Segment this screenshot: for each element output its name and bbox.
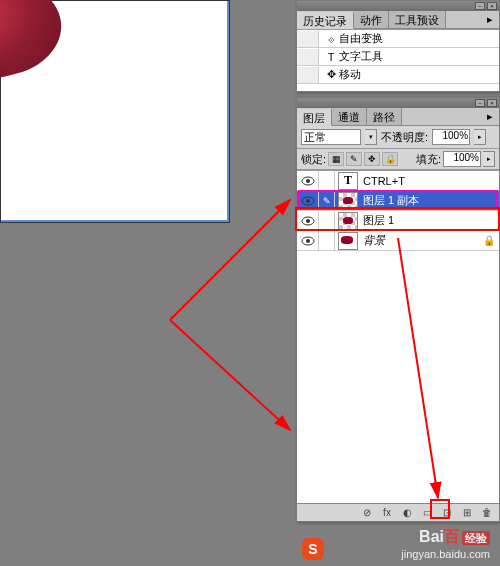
history-item-label: 文字工具 <box>339 49 383 64</box>
eye-icon <box>301 196 315 206</box>
panel-tabs: 历史记录 动作 工具预设 ▸ <box>297 11 499 29</box>
history-item[interactable]: ⟐ 自由变换 <box>297 30 499 48</box>
delete-layer-button[interactable]: 🗑 <box>479 506 495 520</box>
move-tool-icon: ✥ <box>323 68 339 81</box>
dropdown-arrow-icon[interactable]: ▸ <box>474 129 486 145</box>
visibility-toggle[interactable] <box>297 171 319 190</box>
layer-name[interactable]: 图层 1 副本 <box>361 193 499 208</box>
eye-icon <box>301 176 315 186</box>
layer-options-row: 正常 ▾ 不透明度: 100% ▸ <box>297 126 499 149</box>
minimize-button[interactable]: − <box>475 99 485 107</box>
layer-row[interactable]: 图层 1 <box>297 211 499 231</box>
opacity-input[interactable]: 100% <box>432 129 470 145</box>
free-transform-icon: ⟐ <box>323 33 339 45</box>
panel-titlebar: − × <box>297 1 499 11</box>
lock-pixels-icon[interactable]: ✎ <box>346 152 362 166</box>
link-toggle[interactable] <box>319 211 335 230</box>
document-canvas[interactable] <box>0 0 230 223</box>
lock-icon: 🔒 <box>479 235 499 246</box>
svg-point-1 <box>306 179 310 183</box>
visibility-toggle[interactable] <box>297 231 319 250</box>
svg-line-9 <box>170 320 290 430</box>
layer-row[interactable]: ✎ 图层 1 副本 <box>297 191 499 211</box>
svg-point-3 <box>306 199 310 203</box>
panel-tabs: 图层 通道 路径 ▸ <box>297 108 499 126</box>
svg-point-5 <box>306 219 310 223</box>
history-panel: − × 历史记录 动作 工具预设 ▸ ⟐ 自由变换 T 文字工具 ✥ 移动 <box>296 0 500 92</box>
tab-history[interactable]: 历史记录 <box>297 12 354 29</box>
history-item[interactable]: ✥ 移动 <box>297 66 499 84</box>
tab-actions[interactable]: 动作 <box>354 11 389 28</box>
type-layer-thumb: T <box>338 172 358 190</box>
watermark-text: Bai <box>419 528 444 545</box>
layer-name[interactable]: CTRL+T <box>361 175 499 187</box>
taskbar-app-icon[interactable]: S <box>302 538 324 560</box>
watermark-text: 百 <box>444 528 460 545</box>
tab-tool-presets[interactable]: 工具预设 <box>389 11 446 28</box>
history-thumb <box>297 67 319 83</box>
layer-effects-button[interactable]: fx <box>379 506 395 520</box>
opacity-label: 不透明度: <box>381 130 428 145</box>
layer-thumb <box>338 192 358 210</box>
visibility-toggle[interactable] <box>297 211 319 230</box>
watermark-text: 经验 <box>462 531 490 545</box>
layer-name[interactable]: 图层 1 <box>361 213 499 228</box>
lock-position-icon[interactable]: ✥ <box>364 152 380 166</box>
dropdown-arrow-icon[interactable]: ▸ <box>483 151 495 167</box>
visibility-toggle[interactable] <box>297 191 319 210</box>
svg-point-7 <box>306 239 310 243</box>
close-button[interactable]: × <box>487 2 497 10</box>
new-group-button[interactable]: ⊡ <box>439 506 455 520</box>
eye-icon <box>301 236 315 246</box>
link-toggle[interactable] <box>319 171 335 190</box>
history-item-label: 移动 <box>339 67 361 82</box>
adjustment-layer-button[interactable]: ▭ <box>419 506 435 520</box>
eye-icon <box>301 216 315 226</box>
layer-mask-button[interactable]: ◐ <box>399 506 415 520</box>
tab-paths[interactable]: 路径 <box>367 108 402 125</box>
link-toggle[interactable]: ✎ <box>319 191 335 210</box>
dropdown-arrow-icon[interactable]: ▾ <box>365 129 377 145</box>
layer-name[interactable]: 背景 <box>361 233 479 248</box>
panel-titlebar: − × <box>297 98 499 108</box>
minimize-button[interactable]: − <box>475 2 485 10</box>
watermark-url: jingyan.baidu.com <box>401 548 490 560</box>
history-item[interactable]: T 文字工具 <box>297 48 499 66</box>
panel-menu-icon[interactable]: ▸ <box>481 11 499 28</box>
layer-list: T CTRL+T ✎ 图层 1 副本 图层 1 背景 🔒 <box>297 170 499 503</box>
watermark-logo: Bai百经验 <box>401 527 490 548</box>
fill-input[interactable]: 100% <box>443 151 481 167</box>
close-button[interactable]: × <box>487 99 497 107</box>
history-item-label: 自由变换 <box>339 31 383 46</box>
link-toggle[interactable] <box>319 231 335 250</box>
link-layers-button[interactable]: ⊘ <box>359 506 375 520</box>
layer-thumb <box>338 212 358 230</box>
lock-all-icon[interactable]: 🔒 <box>382 152 398 166</box>
history-thumb <box>297 31 319 47</box>
blend-mode-select[interactable]: 正常 <box>301 129 361 145</box>
watermark: Bai百经验 jingyan.baidu.com <box>401 527 490 560</box>
history-thumb <box>297 49 319 65</box>
layers-panel: − × 图层 通道 路径 ▸ 正常 ▾ 不透明度: 100% ▸ 锁定: ▦ ✎… <box>296 97 500 522</box>
lock-transparency-icon[interactable]: ▦ <box>328 152 344 166</box>
lock-label: 锁定: <box>301 152 326 167</box>
fill-label: 填充: <box>416 152 441 167</box>
layer-thumb <box>338 232 358 250</box>
type-tool-icon: T <box>323 51 339 63</box>
new-layer-button[interactable]: ⊞ <box>459 506 475 520</box>
history-list: ⟐ 自由变换 T 文字工具 ✥ 移动 <box>297 29 499 91</box>
lock-options-row: 锁定: ▦ ✎ ✥ 🔒 填充: 100% ▸ <box>297 149 499 170</box>
tab-channels[interactable]: 通道 <box>332 108 367 125</box>
panel-menu-icon[interactable]: ▸ <box>481 108 499 125</box>
tab-layers[interactable]: 图层 <box>297 109 332 126</box>
layer-footer: ⊘ fx ◐ ▭ ⊡ ⊞ 🗑 <box>297 503 499 521</box>
layer-row[interactable]: T CTRL+T <box>297 171 499 191</box>
layer-row[interactable]: 背景 🔒 <box>297 231 499 251</box>
